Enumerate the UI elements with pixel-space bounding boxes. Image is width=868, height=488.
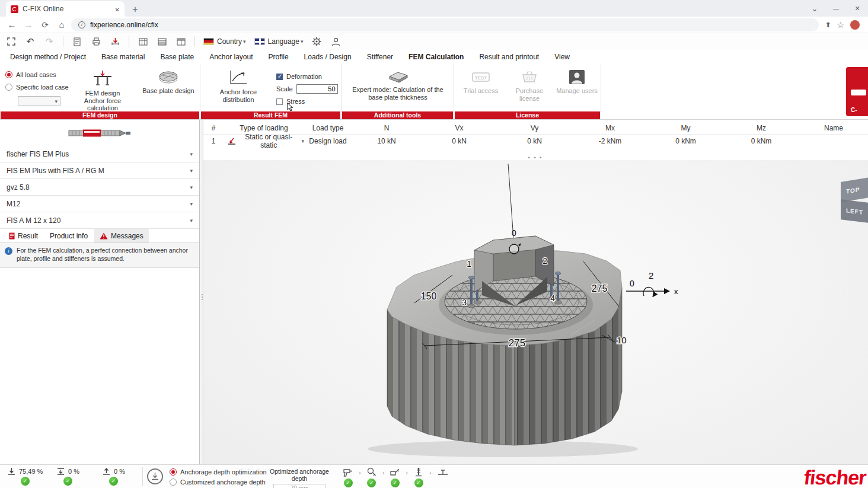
select-product-family[interactable]: fischer FIS EM Plus — [0, 146, 199, 162]
deformation-checkbox[interactable]: Deformation — [276, 73, 338, 80]
svg-text:3: 3 — [462, 298, 467, 307]
site-info-icon[interactable] — [78, 21, 85, 28]
share-icon[interactable] — [825, 21, 831, 29]
manage-users-button[interactable]: Manage users — [556, 69, 598, 95]
specific-load-case-radio[interactable]: Specific load case — [5, 84, 69, 91]
step-arrow-icon — [406, 469, 408, 476]
tab-result-printout[interactable]: Result and printout — [471, 50, 547, 63]
utilization-indicator-3: 0 % — [102, 467, 125, 486]
profile-avatar[interactable] — [850, 20, 860, 30]
select-article[interactable]: FIS A M 12 x 120 — [0, 212, 199, 229]
optimized-depth-input[interactable] — [273, 484, 326, 488]
installation-steps — [343, 467, 449, 487]
section-label-fem-design: FEM design — [1, 111, 199, 119]
tab-result[interactable]: Result — [4, 229, 43, 243]
3d-scene[interactable]: 0 1 2 3 4 150 275 275 — [203, 160, 868, 464]
view-cube[interactable]: TOP LEFT — [841, 179, 868, 224]
tab-profile[interactable]: Profile — [261, 50, 296, 63]
view-cube-top[interactable]: TOP — [841, 176, 868, 202]
minimize-icon[interactable] — [825, 0, 847, 17]
checkbox-icon[interactable] — [276, 74, 283, 80]
table-row[interactable]: 1 Static or quasi-static Design load 10 … — [203, 135, 868, 148]
checkbox-icon[interactable] — [276, 98, 283, 105]
step-cure-icon — [437, 467, 449, 477]
download-report-icon[interactable] — [110, 35, 120, 48]
tab-fem-calculation[interactable]: FEM Calculation — [401, 50, 471, 63]
all-load-cases-radio[interactable]: All load cases — [5, 71, 69, 78]
cell-load-type: Design load — [304, 137, 352, 145]
anchor-force-distribution-button[interactable]: Anchor force distribution — [204, 69, 273, 103]
redo-icon[interactable] — [44, 35, 55, 48]
forward-button[interactable] — [21, 18, 36, 32]
optimized-depth-group: Optimized anchorage depth — [264, 468, 334, 488]
user-account-icon[interactable] — [330, 35, 341, 48]
app-toolbar: Country Language — [0, 33, 868, 50]
tab-product-info[interactable]: Product info — [44, 229, 93, 243]
base-plate-design-button[interactable]: Base plate design — [139, 69, 198, 95]
cell-num: 1 — [203, 137, 224, 145]
stress-checkbox[interactable]: Stress — [276, 98, 338, 105]
expert-mode-label: Expert mode: Calculation of the base pla… — [344, 86, 451, 101]
new-tab-button[interactable] — [128, 2, 142, 17]
tab-loads-design[interactable]: Loads / Design — [296, 50, 359, 63]
radio-icon[interactable] — [170, 468, 177, 476]
tab-stiffener[interactable]: Stiffener — [359, 50, 401, 63]
back-button[interactable] — [5, 18, 19, 32]
cell-type: Static or quasi-static — [239, 133, 299, 149]
tab-base-material[interactable]: Base material — [94, 50, 152, 63]
reload-button[interactable] — [38, 18, 52, 32]
tab-view[interactable]: View — [547, 50, 577, 63]
select-product-variant[interactable]: FIS EM Plus with FIS A / RG M — [0, 162, 199, 179]
chevron-down-icon[interactable] — [804, 0, 825, 17]
language-selector[interactable]: Language — [254, 35, 304, 48]
select-material[interactable]: gvz 5.8 — [0, 179, 199, 196]
settings-gear-icon[interactable] — [311, 35, 322, 48]
columns-view-icon[interactable] — [175, 35, 186, 48]
load-case-select[interactable] — [18, 96, 60, 106]
report-icon[interactable] — [72, 35, 82, 48]
customized-anchorage-radio[interactable]: Customized anchorage depth — [170, 479, 267, 486]
table-viewport-splitter[interactable]: • • • — [203, 156, 868, 160]
select-size[interactable]: M12 — [0, 196, 199, 212]
fullscreen-icon[interactable] — [6, 35, 17, 48]
radio-icon[interactable] — [170, 479, 177, 486]
3d-viewport[interactable]: 0 1 2 3 4 150 275 275 — [203, 160, 868, 464]
table-view-icon[interactable] — [138, 35, 148, 48]
anchorage-optimization-radio[interactable]: Anchorage depth optimization — [170, 468, 267, 476]
product-sidebar: fischer FIS EM Plus FIS EM Plus with FIS… — [0, 120, 200, 464]
ribbon-section-result-fem: Anchor force distribution Deformation Sc… — [200, 63, 342, 120]
cfix-logo-icon — [851, 90, 866, 95]
url-input[interactable]: fixperience.online/cfix — [71, 18, 819, 31]
tab-design-method[interactable]: Design method / Project — [2, 50, 94, 63]
anchor-force-icon — [204, 69, 273, 86]
tab-anchor-layout[interactable]: Anchor layout — [202, 50, 260, 63]
radio-icon[interactable] — [5, 84, 12, 91]
fem-design-button[interactable]: FEM design Anchor force calculation — [69, 69, 136, 112]
tab-close-icon[interactable] — [115, 5, 120, 13]
tab-result-label: Result — [18, 232, 38, 240]
chevron-down-icon — [190, 168, 193, 174]
country-label: Country — [217, 37, 242, 46]
radio-icon[interactable] — [5, 71, 12, 78]
view-cube-left[interactable]: LEFT — [841, 199, 868, 224]
manage-users-label: Manage users — [556, 87, 598, 95]
main-menu: Design method / Project Base material Ba… — [0, 50, 868, 63]
print-icon[interactable] — [91, 35, 101, 48]
tab-base-plate[interactable]: Base plate — [152, 50, 202, 63]
country-selector[interactable]: Country — [203, 35, 246, 48]
browser-tab[interactable]: C-FIX Online — [6, 1, 125, 17]
type-of-loading-select[interactable]: Static or quasi-static — [224, 133, 304, 149]
message-text: For the FEM calculation, a perfect conne… — [17, 247, 192, 263]
purchase-license-button[interactable]: Purchase license — [506, 69, 553, 102]
list-view-icon[interactable] — [157, 35, 167, 48]
bookmark-star-icon[interactable] — [837, 20, 844, 30]
scale-input[interactable] — [296, 84, 338, 94]
trial-access-button[interactable]: TEST Trial access — [459, 69, 503, 95]
close-window-icon[interactable] — [847, 0, 868, 17]
tab-messages[interactable]: Messages — [94, 229, 149, 243]
undo-icon[interactable] — [25, 35, 36, 48]
expert-mode-button[interactable]: Expert mode: Calculation of the base pla… — [344, 69, 451, 101]
cfix-brand-panel[interactable]: C- — [846, 67, 868, 116]
utilization-value-2: 0 % — [68, 468, 79, 475]
home-button[interactable] — [55, 18, 69, 32]
